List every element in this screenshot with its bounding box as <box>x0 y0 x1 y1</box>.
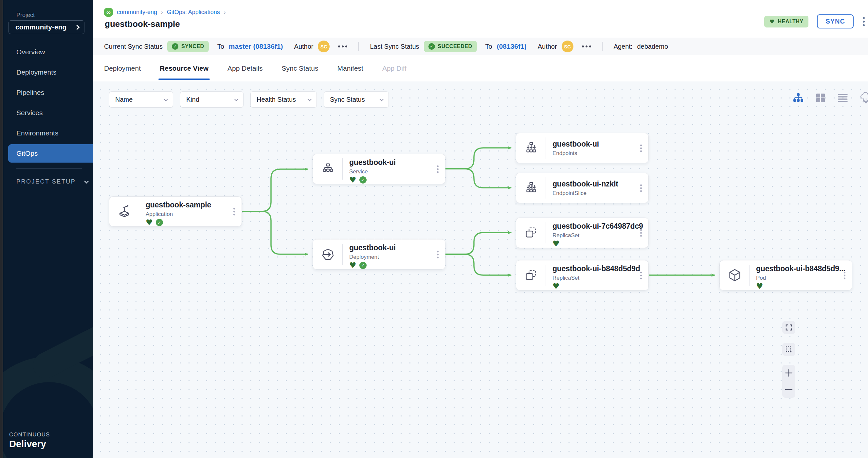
zoom-controls <box>782 365 795 398</box>
resource-node-deployment[interactable]: guestbook-ui Deployment ♥ ✓ <box>313 239 445 269</box>
resource-node-application[interactable]: guestbook-sample Application ♥ ✓ <box>109 196 242 227</box>
breadcrumb: ∞ community-eng › GitOps: Applications › <box>104 8 225 17</box>
resource-node-kind: ReplicaSet <box>553 232 648 239</box>
grid-view-icon[interactable] <box>815 92 826 103</box>
marquee-select-button[interactable] <box>782 343 795 356</box>
breadcrumb-project-link[interactable]: community-eng <box>117 9 157 16</box>
gitops-logo-icon: ∞ <box>104 8 113 17</box>
sidebar-item-environments[interactable]: Environments <box>0 123 93 143</box>
sidebar: Project community-eng Overview Deploymen… <box>0 0 93 458</box>
resource-node-title: guestbook-ui <box>553 140 648 149</box>
endpointslice-icon <box>516 173 546 203</box>
last-target-revision-link[interactable]: (08136f1) <box>497 42 527 51</box>
filter-label: Sync Status <box>330 96 365 103</box>
header-actions: ♥ HEALTHY SYNC <box>764 14 865 29</box>
breadcrumb-separator: › <box>161 9 163 16</box>
kind-filter-dropdown[interactable]: Kind <box>180 91 244 108</box>
current-target-revision-link[interactable]: master (08136f1) <box>229 42 283 51</box>
more-info-button[interactable] <box>582 45 591 47</box>
tab-manifest[interactable]: Manifest <box>337 55 363 81</box>
author-label: Author <box>538 43 557 51</box>
resource-graph-canvas[interactable]: Name Kind Health Status Sync Status <box>93 81 868 458</box>
current-sync-label: Current Sync Status <box>104 43 163 51</box>
list-view-icon[interactable] <box>837 92 848 103</box>
synced-check-icon: ✓ <box>156 219 163 226</box>
healthy-heart-icon: ♥ <box>756 282 763 290</box>
health-badge-label: HEALTHY <box>778 19 804 25</box>
agent-label: Agent: <box>614 43 633 51</box>
zoom-in-button[interactable] <box>784 369 793 377</box>
cluster-view-icon[interactable] <box>860 91 868 104</box>
succeeded-badge: ✓ SUCCEEDED <box>424 41 477 52</box>
breadcrumb-applications-link[interactable]: GitOps: Applications <box>167 9 220 16</box>
sidebar-item-deployments[interactable]: Deployments <box>0 62 93 83</box>
project-setup-toggle[interactable]: PROJECT SETUP <box>17 178 87 185</box>
resource-node-title: guestbook-ui-7c64987dc9 <box>553 222 648 231</box>
resource-node-title: guestbook-ui-b848d5d9... <box>756 264 852 273</box>
health-status-filter-dropdown[interactable]: Health Status <box>250 91 317 108</box>
endpoints-icon <box>516 133 546 163</box>
resource-node-title: guestbook-ui <box>349 243 445 252</box>
separator <box>359 42 359 51</box>
sidebar-item-gitops[interactable]: GitOps <box>8 144 93 163</box>
author-avatar[interactable]: SC <box>562 40 574 52</box>
resource-node-replicaset-2[interactable]: guestbook-ui-b848d5d9d ReplicaSet ♥ <box>516 260 649 291</box>
separator <box>602 42 602 51</box>
synced-check-icon: ✓ <box>360 176 367 184</box>
edge-service-endpoints <box>445 148 511 169</box>
to-label: To <box>217 43 224 51</box>
edge-deployment-replicaset2 <box>445 254 511 275</box>
resource-node-endpoints[interactable]: guestbook-ui Endpoints <box>516 133 649 163</box>
node-menu-button[interactable] <box>436 164 440 174</box>
filter-bar: Name Kind Health Status Sync Status <box>109 91 389 108</box>
page-header: ∞ community-eng › GitOps: Applications ›… <box>93 0 868 38</box>
zoom-out-button[interactable] <box>784 385 793 394</box>
sidebar-item-label: Pipelines <box>17 89 44 97</box>
resource-node-endpointslice[interactable]: guestbook-ui-nzklt EndpointSlice <box>516 173 649 203</box>
node-menu-button[interactable] <box>842 270 847 281</box>
main-area: ∞ community-eng › GitOps: Applications ›… <box>93 0 868 458</box>
module-brand: CONTINUOUS Delivery <box>9 431 50 450</box>
project-name: community-eng <box>16 23 75 31</box>
synced-badge-label: SYNCED <box>181 43 204 50</box>
resource-node-kind: Application <box>146 211 242 218</box>
more-info-button[interactable] <box>338 45 347 47</box>
name-filter-dropdown[interactable]: Name <box>109 91 173 108</box>
check-circle-icon: ✓ <box>428 43 435 50</box>
author-avatar[interactable]: SC <box>318 40 330 52</box>
chevron-down-icon <box>380 97 384 101</box>
sidebar-divider <box>17 168 82 169</box>
fullscreen-button[interactable] <box>782 321 795 334</box>
project-selector[interactable]: community-eng <box>8 20 85 34</box>
heart-icon: ♥ <box>770 18 775 25</box>
healthy-heart-icon: ♥ <box>349 261 356 269</box>
resource-node-pod[interactable]: guestbook-ui-b848d5d9... Pod ♥ <box>719 260 852 291</box>
sidebar-item-label: Deployments <box>17 68 57 76</box>
sync-status-filter-dropdown[interactable]: Sync Status <box>324 91 389 108</box>
sync-button[interactable]: SYNC <box>817 14 854 29</box>
resource-node-replicaset-1[interactable]: guestbook-ui-7c64987dc9 ReplicaSet ♥ <box>516 218 649 248</box>
node-menu-button[interactable] <box>639 143 643 153</box>
node-menu-button[interactable] <box>639 183 643 193</box>
chevron-down-icon <box>234 97 239 101</box>
node-menu-button[interactable] <box>232 206 236 217</box>
resource-node-title: guestbook-ui-nzklt <box>553 179 648 189</box>
node-menu-button[interactable] <box>639 270 643 281</box>
resource-node-service[interactable]: guestbook-ui Service ♥ ✓ <box>313 154 445 184</box>
tab-app-details[interactable]: App Details <box>227 55 262 81</box>
to-label: To <box>486 43 492 51</box>
tab-resource-view[interactable]: Resource View <box>160 55 209 81</box>
sidebar-item-pipelines[interactable]: Pipelines <box>0 83 93 103</box>
resource-node-kind: Service <box>349 168 445 175</box>
service-icon <box>313 154 343 184</box>
tree-view-icon[interactable] <box>793 92 804 103</box>
node-menu-button[interactable] <box>436 249 440 259</box>
sidebar-item-services[interactable]: Services <box>0 103 93 123</box>
tab-sync-status[interactable]: Sync Status <box>281 55 318 81</box>
healthy-heart-icon: ♥ <box>349 176 356 184</box>
filter-label: Health Status <box>257 96 296 103</box>
tab-deployment[interactable]: Deployment <box>104 55 141 81</box>
node-menu-button[interactable] <box>639 228 643 238</box>
app-menu-kebab-button[interactable] <box>862 17 865 27</box>
sidebar-item-overview[interactable]: Overview <box>0 42 93 62</box>
